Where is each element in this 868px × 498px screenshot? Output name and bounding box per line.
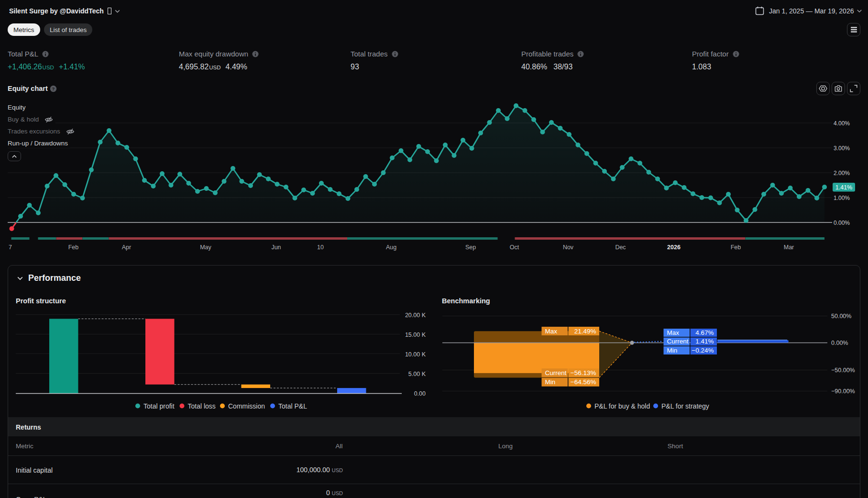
- svg-text:1.41%: 1.41%: [695, 338, 714, 345]
- svg-text:Max: Max: [667, 329, 680, 336]
- svg-text:15.00 K: 15.00 K: [405, 332, 426, 338]
- svg-text:Current: Current: [667, 338, 689, 345]
- svg-text:21.49%: 21.49%: [574, 328, 596, 335]
- svg-text:0.00%: 0.00%: [834, 220, 850, 226]
- svg-text:4.00%: 4.00%: [834, 120, 850, 127]
- svg-text:−0.24%: −0.24%: [692, 347, 714, 354]
- svg-text:1.41%: 1.41%: [835, 184, 852, 191]
- svg-text:Total loss: Total loss: [188, 402, 216, 410]
- svg-text:0.00%: 0.00%: [831, 340, 848, 346]
- svg-text:10: 10: [317, 244, 324, 251]
- svg-text:−90.00%: −90.00%: [831, 388, 855, 395]
- svg-text:1.00%: 1.00%: [834, 195, 850, 201]
- svg-text:Commission: Commission: [228, 402, 265, 410]
- svg-text:2026: 2026: [667, 244, 681, 251]
- svg-text:0.00: 0.00: [414, 390, 426, 397]
- svg-text:5.00 K: 5.00 K: [408, 371, 426, 377]
- svg-text:7: 7: [9, 244, 12, 251]
- svg-text:4.67%: 4.67%: [695, 329, 714, 336]
- svg-text:Max: Max: [545, 328, 558, 335]
- svg-text:Mar: Mar: [784, 244, 794, 251]
- svg-text:Oct: Oct: [510, 244, 519, 251]
- svg-text:Sep: Sep: [465, 244, 476, 251]
- svg-text:?: ?: [52, 86, 55, 91]
- svg-text:Total profit: Total profit: [143, 402, 175, 410]
- svg-text:−56.13%: −56.13%: [571, 369, 596, 376]
- svg-text:Min: Min: [667, 347, 678, 354]
- svg-text:50.00%: 50.00%: [831, 313, 851, 320]
- svg-text:Jun: Jun: [271, 244, 281, 251]
- svg-text:Feb: Feb: [731, 244, 741, 251]
- svg-text:−50.00%: −50.00%: [831, 367, 855, 374]
- svg-text:10.00 K: 10.00 K: [405, 351, 426, 358]
- svg-text:Apr: Apr: [122, 244, 131, 251]
- svg-text:−64.56%: −64.56%: [571, 378, 596, 386]
- svg-text:P&L for buy & hold: P&L for buy & hold: [594, 402, 650, 410]
- svg-text:Total P&L: Total P&L: [278, 402, 307, 410]
- svg-text:20.00 K: 20.00 K: [405, 312, 426, 319]
- svg-text:3.00%: 3.00%: [834, 145, 850, 152]
- svg-text:Current: Current: [545, 369, 567, 376]
- svg-text:P&L for strategy: P&L for strategy: [661, 402, 709, 410]
- svg-text:Dec: Dec: [615, 244, 626, 251]
- svg-text:Feb: Feb: [68, 244, 79, 251]
- svg-text:May: May: [200, 244, 211, 251]
- svg-text:Aug: Aug: [386, 244, 396, 251]
- svg-text:Min: Min: [545, 378, 556, 386]
- svg-text:2.00%: 2.00%: [834, 170, 850, 177]
- svg-text:Nov: Nov: [563, 244, 574, 251]
